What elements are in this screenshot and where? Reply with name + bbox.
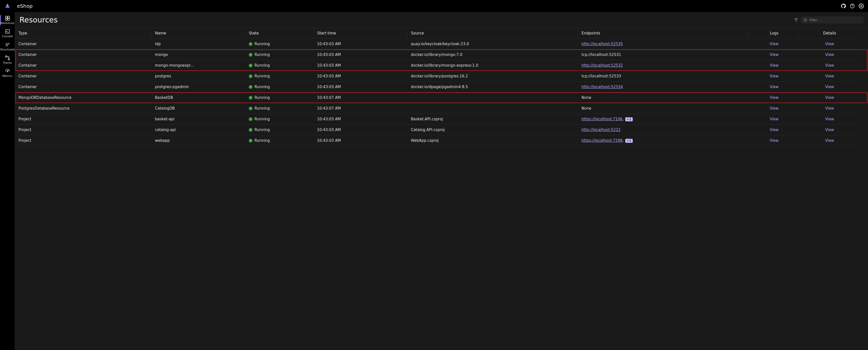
- github-icon[interactable]: [841, 3, 846, 9]
- details-view-link[interactable]: View: [825, 117, 834, 121]
- details-view-link[interactable]: View: [825, 138, 834, 143]
- filter-icon[interactable]: [794, 18, 799, 23]
- cell-start: 10:43:03 AM: [314, 50, 407, 60]
- details-view-link[interactable]: View: [825, 127, 834, 132]
- cell-logs: View: [748, 39, 800, 50]
- endpoint-link[interactable]: http://localhost:52532: [582, 63, 623, 68]
- endpoint-more-badge[interactable]: +1: [625, 117, 633, 121]
- logs-view-link[interactable]: View: [770, 63, 779, 68]
- endpoint-link[interactable]: https://localhost:7106: [582, 117, 622, 121]
- help-icon[interactable]: [849, 3, 855, 9]
- table-row[interactable]: ContainermongoRunning10:43:03 AMdocker.i…: [15, 50, 868, 60]
- cell-name: BasketDB: [151, 92, 245, 103]
- sidebar-item-traces[interactable]: Traces: [0, 53, 15, 66]
- table-row[interactable]: PostgresDatabaseResourceCatalogDBRunning…: [15, 103, 868, 114]
- cell-state: Running: [245, 124, 314, 135]
- cell-details: View: [800, 92, 859, 103]
- app-title: eShop: [17, 3, 33, 9]
- svg-rect-5: [5, 16, 7, 18]
- logs-view-link[interactable]: View: [770, 85, 779, 89]
- cell-details: View: [800, 135, 859, 146]
- details-view-link[interactable]: View: [825, 52, 834, 57]
- cell-logs: View: [748, 114, 800, 124]
- app-logo: [2, 3, 12, 9]
- cell-logs: View: [748, 135, 800, 146]
- table-row[interactable]: Projectcatalog-apiRunning10:43:03 AMCata…: [15, 124, 868, 135]
- endpoint-link[interactable]: http://localhost:52534: [582, 85, 623, 89]
- cell-source: docker.io/library/mongo-express:1.0: [407, 60, 578, 71]
- state-text: Running: [254, 63, 270, 68]
- cell-details: View: [800, 124, 859, 135]
- state-text: Running: [254, 52, 270, 57]
- table-row[interactable]: Containerpostgres-pgadminRunning10:43:03…: [15, 82, 868, 92]
- cell-name: mongo-mongoexpr...: [151, 60, 245, 71]
- cell-endpoints: http://localhost:52534: [578, 82, 749, 92]
- cell-start: 10:43:03 AM: [314, 60, 407, 71]
- logs-view-link[interactable]: View: [770, 138, 779, 143]
- state-text: Running: [254, 106, 270, 111]
- gauge-icon: [5, 68, 10, 74]
- search-box[interactable]: [801, 17, 864, 23]
- cell-state: Running: [245, 135, 314, 146]
- cell-source: [407, 103, 578, 114]
- col-endpoints[interactable]: Endpoints: [578, 28, 749, 39]
- endpoint-link[interactable]: http://localhost:5222: [582, 127, 621, 132]
- cell-endpoints: None: [578, 92, 749, 103]
- table-row[interactable]: Containermongo-mongoexpr...Running10:43:…: [15, 60, 868, 71]
- cell-details: View: [800, 39, 859, 50]
- col-name[interactable]: Name: [151, 28, 245, 39]
- sidebar-item-structured[interactable]: Structured: [0, 40, 15, 53]
- logs-view-link[interactable]: View: [770, 42, 779, 46]
- sidebar-item-metrics[interactable]: Metrics: [0, 66, 15, 80]
- logs-view-link[interactable]: View: [770, 74, 779, 78]
- cell-type: PostgresDatabaseResource: [15, 103, 151, 114]
- state-text: Running: [254, 74, 270, 78]
- logs-view-link[interactable]: View: [770, 106, 779, 111]
- cell-start: 10:43:07 AM: [314, 103, 407, 114]
- sidebar-item-console[interactable]: Console: [0, 27, 15, 40]
- check-icon: [249, 107, 252, 110]
- col-state[interactable]: State: [245, 28, 314, 39]
- endpoint-more-badge[interactable]: +1: [625, 139, 633, 143]
- check-icon: [249, 96, 252, 99]
- details-view-link[interactable]: View: [825, 63, 834, 68]
- cell-name: catalog-api: [151, 124, 245, 135]
- endpoint-link[interactable]: https://localhost:7298: [582, 138, 622, 143]
- sidebar-item-label: Resources: [0, 22, 14, 25]
- cell-logs: View: [748, 50, 800, 60]
- sidebar-item-label: Console: [2, 35, 13, 38]
- col-logs[interactable]: Logs: [748, 28, 800, 39]
- col-start[interactable]: Start time: [314, 28, 407, 39]
- cell-state: Running: [245, 114, 314, 124]
- table-row[interactable]: MongoDBDatabaseResourceBasketDBRunning10…: [15, 92, 868, 103]
- table-row[interactable]: ContaineridpRunning10:43:03 AMquay.io/ke…: [15, 39, 868, 50]
- details-view-link[interactable]: View: [825, 106, 834, 111]
- col-source[interactable]: Source: [407, 28, 578, 39]
- cell-logs: View: [748, 92, 800, 103]
- logs-view-link[interactable]: View: [770, 52, 779, 57]
- table-row[interactable]: ContainerpostgresRunning10:43:03 AMdocke…: [15, 71, 868, 82]
- details-view-link[interactable]: View: [825, 42, 834, 46]
- cell-name: CatalogDB: [151, 103, 245, 114]
- endpoint-text: tcp://localhost:52533: [582, 74, 621, 78]
- logs-view-link[interactable]: View: [770, 117, 779, 121]
- details-view-link[interactable]: View: [825, 95, 834, 100]
- endpoint-link[interactable]: http://localhost:52535: [582, 42, 623, 46]
- logs-view-link[interactable]: View: [770, 127, 779, 132]
- details-view-link[interactable]: View: [825, 74, 834, 78]
- col-type[interactable]: Type: [15, 28, 151, 39]
- svg-point-4: [861, 5, 862, 7]
- details-view-link[interactable]: View: [825, 85, 834, 89]
- search-input[interactable]: [809, 18, 861, 22]
- table-row[interactable]: Projectbasket-apiRunning10:43:03 AMBaske…: [15, 114, 868, 124]
- state-text: Running: [254, 85, 270, 89]
- sidebar-item-resources[interactable]: Resources: [0, 13, 15, 27]
- gear-icon[interactable]: [859, 3, 864, 9]
- logs-view-link[interactable]: View: [770, 95, 779, 100]
- cell-type: Container: [15, 50, 151, 60]
- state-text: Running: [254, 127, 270, 132]
- check-icon: [249, 75, 252, 78]
- table-row[interactable]: ProjectwebappRunning10:43:03 AMWebApp.cs…: [15, 135, 868, 146]
- cell-details: View: [800, 103, 859, 114]
- col-details[interactable]: Details: [800, 28, 859, 39]
